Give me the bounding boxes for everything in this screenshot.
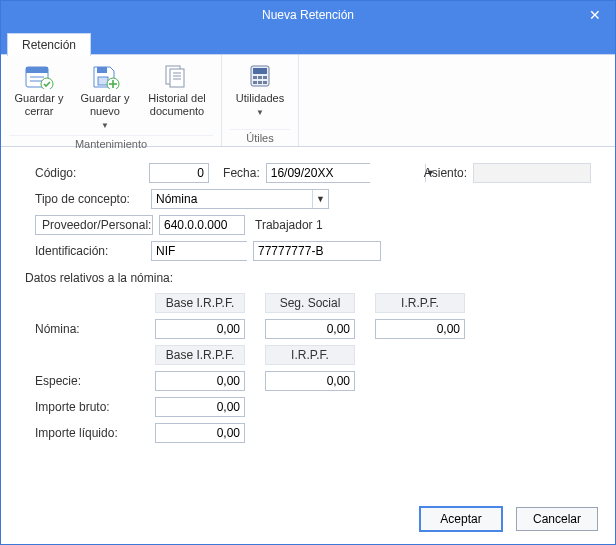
nomina-ss-input[interactable] bbox=[265, 319, 355, 339]
document-history-label: Historial del documento bbox=[144, 92, 210, 118]
title-bar: Nueva Retención ✕ bbox=[1, 1, 615, 29]
ribbon: Guardar y cerrar Guardar y nuevo ▼ Histo… bbox=[1, 55, 615, 147]
tab-label: Retención bbox=[22, 38, 76, 52]
fecha-picker[interactable]: ▼ bbox=[266, 163, 370, 183]
ok-button[interactable]: Aceptar bbox=[420, 507, 502, 531]
identificacion-tipo-select[interactable]: ▼ bbox=[151, 241, 247, 261]
save-close-icon bbox=[23, 62, 55, 90]
save-close-label: Guardar y cerrar bbox=[12, 92, 66, 118]
tab-strip: Retención bbox=[1, 29, 615, 55]
ribbon-group-utiles: Utilidades ▼ Útiles bbox=[222, 55, 299, 146]
chevron-down-icon: ▼ bbox=[101, 119, 109, 132]
save-new-icon bbox=[89, 62, 121, 90]
svg-rect-20 bbox=[253, 81, 257, 84]
form-area: Código: Fecha: ▼ Asiento: Tipo de concep… bbox=[1, 147, 615, 451]
svg-rect-18 bbox=[258, 76, 262, 79]
col-header-base-irpf: Base I.R.P.F. bbox=[155, 293, 245, 313]
svg-rect-16 bbox=[253, 68, 267, 74]
utilities-label: Utilidades bbox=[236, 92, 284, 105]
document-history-button[interactable]: Historial del documento bbox=[141, 59, 213, 135]
save-close-button[interactable]: Guardar y cerrar bbox=[9, 59, 69, 135]
cancel-button[interactable]: Cancelar bbox=[516, 507, 598, 531]
proveedor-name: Trabajador 1 bbox=[255, 218, 323, 232]
svg-rect-5 bbox=[97, 67, 107, 73]
nomina-irpf-input[interactable] bbox=[375, 319, 465, 339]
tab-retencion[interactable]: Retención bbox=[7, 33, 91, 56]
cancel-label: Cancelar bbox=[533, 512, 581, 526]
save-new-button[interactable]: Guardar y nuevo ▼ bbox=[75, 59, 135, 135]
nomina-grid: Base I.R.P.F. Seg. Social I.R.P.F. Nómin… bbox=[35, 293, 591, 443]
ribbon-group-utiles-label: Útiles bbox=[230, 129, 290, 144]
col-header-base-irpf-2: Base I.R.P.F. bbox=[155, 345, 245, 365]
fecha-input[interactable] bbox=[267, 164, 425, 182]
svg-rect-17 bbox=[253, 76, 257, 79]
svg-point-4 bbox=[41, 78, 53, 89]
close-button[interactable]: ✕ bbox=[575, 1, 615, 29]
utilities-button[interactable]: Utilidades ▼ bbox=[230, 59, 290, 129]
svg-rect-19 bbox=[263, 76, 267, 79]
save-new-label: Guardar y nuevo bbox=[78, 92, 132, 118]
col-header-seg-social: Seg. Social bbox=[265, 293, 355, 313]
chevron-down-icon: ▼ bbox=[256, 106, 264, 119]
asiento-value bbox=[473, 163, 591, 183]
nomina-base-input[interactable] bbox=[155, 319, 245, 339]
nomina-row-label: Nómina: bbox=[35, 322, 155, 336]
svg-rect-21 bbox=[258, 81, 262, 84]
importe-liquido-label: Importe líquido: bbox=[35, 426, 155, 440]
ok-label: Aceptar bbox=[440, 512, 481, 526]
utilities-icon bbox=[244, 62, 276, 90]
codigo-label: Código: bbox=[25, 166, 143, 180]
especie-base-input[interactable] bbox=[155, 371, 245, 391]
especie-irpf-input[interactable] bbox=[265, 371, 355, 391]
importe-bruto-input[interactable] bbox=[155, 397, 245, 417]
chevron-down-icon[interactable]: ▼ bbox=[312, 190, 328, 208]
identificacion-valor-input[interactable] bbox=[253, 241, 381, 261]
especie-row-label: Especie: bbox=[35, 374, 155, 388]
col-header-irpf: I.R.P.F. bbox=[375, 293, 465, 313]
svg-rect-6 bbox=[98, 77, 108, 85]
ribbon-group-mantenimiento: Guardar y cerrar Guardar y nuevo ▼ Histo… bbox=[1, 55, 222, 146]
fecha-label: Fecha: bbox=[223, 166, 260, 180]
window-title: Nueva Retención bbox=[262, 8, 354, 22]
svg-rect-22 bbox=[263, 81, 267, 84]
tipo-concepto-label: Tipo de concepto: bbox=[25, 192, 145, 206]
nomina-section-title: Datos relativos a la nómina: bbox=[25, 271, 591, 285]
ribbon-group-mantenimiento-label: Mantenimiento bbox=[9, 135, 213, 150]
asiento-label: Asiento: bbox=[424, 166, 467, 180]
identificacion-label: Identificación: bbox=[25, 244, 145, 258]
importe-bruto-label: Importe bruto: bbox=[35, 400, 155, 414]
close-icon: ✕ bbox=[589, 7, 601, 23]
svg-rect-1 bbox=[26, 67, 48, 73]
col-header-irpf-2: I.R.P.F. bbox=[265, 345, 355, 365]
document-history-icon bbox=[161, 62, 193, 90]
importe-liquido-input[interactable] bbox=[155, 423, 245, 443]
proveedor-personal-button[interactable]: Proveedor/Personal: bbox=[35, 215, 153, 235]
proveedor-code-input[interactable] bbox=[159, 215, 245, 235]
tipo-concepto-select[interactable]: ▼ bbox=[151, 189, 329, 209]
proveedor-personal-label: Proveedor/Personal: bbox=[42, 218, 151, 232]
tipo-concepto-value[interactable] bbox=[152, 190, 312, 208]
svg-rect-11 bbox=[170, 69, 184, 87]
codigo-input[interactable] bbox=[149, 163, 209, 183]
dialog-footer: Aceptar Cancelar bbox=[0, 497, 616, 545]
